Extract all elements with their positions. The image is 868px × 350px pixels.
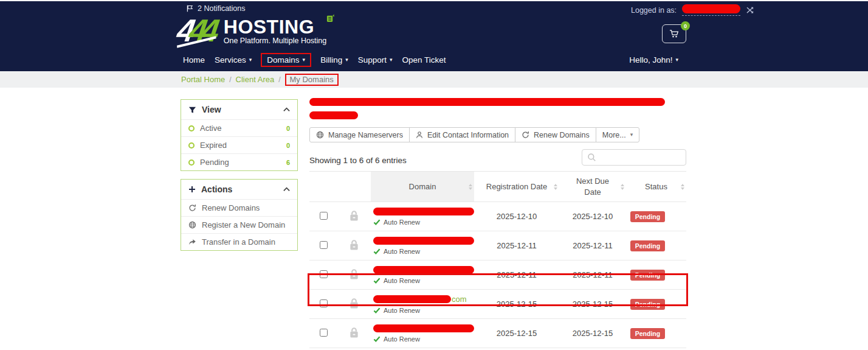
view-filter-pending[interactable]: Pending6 — [181, 153, 297, 170]
column-header-next-due-date[interactable]: Next Due Date — [559, 172, 626, 202]
domain-name[interactable]: com — [373, 295, 474, 304]
nav-item-support[interactable]: Support▾ — [357, 53, 393, 67]
action-register-a-new-domain[interactable]: Register a New Domain — [181, 216, 297, 233]
auto-renew-label: Auto Renew — [384, 277, 420, 284]
caret-down-icon: ▾ — [630, 132, 633, 138]
breadcrumb-separator: / — [278, 75, 280, 84]
breadcrumb: Portal Home/Client Area/My Domains — [0, 71, 868, 88]
registration-date: 2025-12-11 — [474, 261, 559, 290]
sidebar: View Active0Expired0Pending6 Actions Ren… — [181, 99, 298, 259]
column-header-empty — [309, 172, 337, 202]
nav-item-open-ticket[interactable]: Open Ticket — [402, 53, 447, 67]
column-header-label: Registration Date — [486, 182, 547, 191]
notifications-label: 2 Notifications — [198, 4, 246, 13]
view-filter-label: Expired — [200, 141, 227, 150]
domain-name[interactable] — [373, 237, 474, 245]
check-icon — [373, 307, 381, 313]
actions-panel-header[interactable]: Actions — [181, 180, 297, 199]
nav-item-label: Domains — [267, 55, 299, 65]
column-header-status[interactable]: Status — [626, 172, 686, 202]
breadcrumb-item-portal-home[interactable]: Portal Home — [181, 75, 225, 84]
caret-down-icon: ▾ — [675, 57, 678, 63]
auto-renew-label: Auto Renew — [384, 335, 420, 343]
status-badge: Pending — [630, 211, 665, 222]
nav-item-label: Open Ticket — [402, 55, 446, 65]
view-panel-header[interactable]: View — [181, 100, 297, 119]
column-header-domain[interactable]: Domain — [371, 172, 474, 202]
logo-tagline: One Platform. Multiple Hosting — [224, 37, 327, 45]
domain-name[interactable] — [373, 324, 474, 332]
registration-date: 2025-12-15 — [474, 319, 559, 348]
nav-item-services[interactable]: Services▾ — [214, 53, 252, 67]
breadcrumb-separator: / — [229, 75, 231, 84]
lock-icon — [349, 268, 359, 280]
toolbar-button-renew-domains[interactable]: Renew Domains — [515, 127, 596, 142]
action-label: Transfer in a Domain — [202, 237, 275, 247]
status-badge: Pending — [630, 299, 665, 310]
toolbar-button-edit-contact-information[interactable]: Edit Contact Information — [409, 127, 515, 142]
auto-renew-indicator: Auto Renew — [373, 277, 474, 284]
toolbar-button-manage-nameservers[interactable]: Manage Nameservers — [309, 127, 410, 142]
breadcrumb-item-client-area[interactable]: Client Area — [236, 75, 275, 84]
domain-name-redaction — [373, 324, 474, 332]
domain-name[interactable] — [373, 266, 474, 274]
caret-down-icon: ▾ — [303, 57, 306, 63]
view-filter-count: 0 — [286, 125, 290, 132]
row-checkbox[interactable] — [320, 212, 328, 220]
sort-carets-icon — [469, 184, 472, 190]
lock-icon — [349, 327, 359, 338]
view-filter-active[interactable]: Active0 — [181, 119, 297, 136]
status-badge: Pending — [630, 270, 665, 281]
sort-carets-icon — [554, 184, 557, 190]
lock-icon — [349, 210, 359, 222]
view-filter-expired[interactable]: Expired0 — [181, 136, 297, 153]
row-checkbox[interactable] — [320, 270, 328, 278]
action-transfer-in-a-domain[interactable]: Transfer in a Domain — [181, 233, 297, 250]
nav-item-billing[interactable]: Billing▾ — [320, 53, 349, 67]
domain-name-redaction — [373, 208, 474, 215]
toolbar-button-more[interactable]: More...▾ — [596, 127, 639, 142]
actions-panel-title: Actions — [201, 184, 232, 194]
view-filter-label: Pending — [200, 158, 229, 167]
action-renew-domains[interactable]: Renew Domains — [181, 199, 297, 216]
row-checkbox[interactable] — [320, 241, 328, 249]
logo[interactable]: 444 HOSTING One Platform. Multiple Hosti… — [177, 16, 326, 45]
domain-suffix: com — [452, 295, 467, 304]
logo-444: 444 — [176, 16, 226, 44]
next-due-date: 2025-12-15 — [559, 290, 626, 319]
domains-table-wrap: DomainRegistration DateNext Due DateStat… — [309, 171, 686, 348]
column-header-registration-date[interactable]: Registration Date — [474, 172, 559, 202]
cart-button[interactable]: 0 — [662, 24, 686, 43]
registration-date: 2025-12-15 — [474, 290, 559, 319]
next-due-date: 2025-12-11 — [559, 231, 626, 261]
row-checkbox[interactable] — [320, 299, 328, 307]
sort-carets-icon — [621, 184, 624, 190]
page: 2 Notifications Logged in as: 444 HOSTIN… — [0, 0, 868, 350]
domains-table: DomainRegistration DateNext Due DateStat… — [309, 171, 686, 348]
nav-item-domains[interactable]: Domains▾ — [261, 53, 311, 67]
domain-name-redaction — [373, 237, 474, 245]
nav-item-home[interactable]: Home — [182, 53, 205, 67]
domain-name[interactable] — [373, 208, 474, 215]
table-row: Auto Renew2025-12-152025-12-15Pending — [309, 319, 686, 348]
registration-date: 2025-12-10 — [474, 202, 559, 231]
table-row: Auto Renew2025-12-102025-12-10Pending — [309, 202, 686, 231]
search-input[interactable] — [596, 150, 686, 165]
row-checkbox[interactable] — [320, 329, 328, 337]
plus-icon — [188, 186, 196, 193]
switch-account-icon[interactable] — [746, 6, 755, 14]
view-filter-count: 0 — [286, 142, 290, 149]
column-header-label: Domain — [409, 182, 436, 191]
nav-user-menu[interactable]: Hello, John! ▾ — [629, 53, 679, 67]
auto-renew-label: Auto Renew — [384, 248, 420, 255]
toolbar-button-label: Edit Contact Information — [427, 131, 509, 139]
auto-renew-indicator: Auto Renew — [373, 219, 474, 226]
funnel-icon — [188, 106, 196, 114]
toolbar-button-label: More... — [602, 131, 626, 139]
logged-in-as: Logged in as: — [631, 4, 755, 16]
intro-text-redaction — [309, 98, 665, 106]
view-panel: View Active0Expired0Pending6 — [181, 99, 298, 171]
caret-down-icon: ▾ — [390, 57, 393, 63]
notifications-link[interactable]: 2 Notifications — [186, 4, 246, 13]
status-circle-icon — [188, 142, 195, 149]
